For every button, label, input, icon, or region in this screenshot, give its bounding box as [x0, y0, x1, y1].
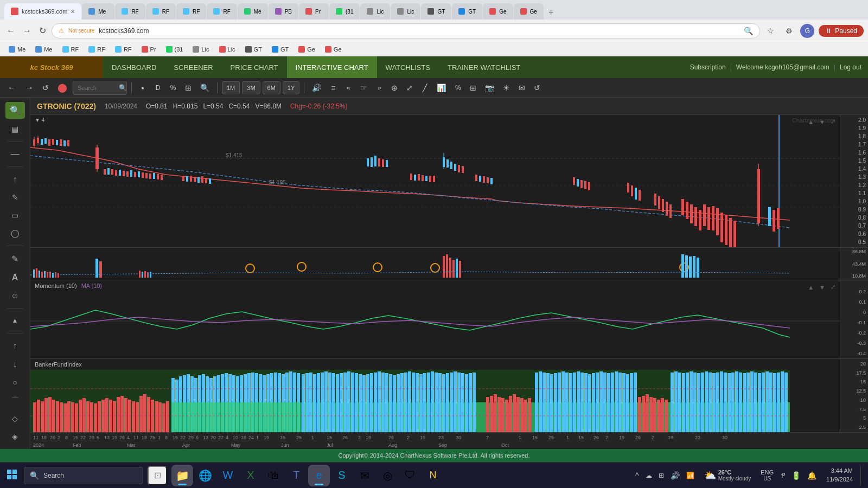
eraser-tool-btn[interactable]: ◇ [5, 411, 25, 427]
toolbar-volume-btn[interactable]: 🔊 [309, 80, 324, 95]
bookmark-item[interactable]: Ge [294, 45, 320, 54]
nav-interactive-chart[interactable]: INTERACTIVE CHART [287, 56, 377, 78]
momentum-expand-btn[interactable]: ⤢ [828, 282, 838, 292]
arrow-up-btn[interactable]: ↑ [5, 171, 25, 188]
toolbar-candle-btn[interactable]: ▪ [136, 80, 149, 95]
nav-dashboard[interactable]: DASHBOARD [103, 56, 165, 78]
new-tab-button[interactable]: + [544, 5, 558, 20]
toolbar-grid-btn[interactable]: ⊞ [467, 80, 480, 95]
bookmark-item[interactable]: Ge [321, 45, 346, 54]
arc-tool-btn[interactable]: ⌒ [5, 393, 25, 409]
user-profile-button[interactable]: G [800, 24, 814, 38]
pinned-explorer[interactable]: 📁 [171, 465, 193, 486]
bookmark-item[interactable]: Me [4, 45, 30, 54]
windows-update-icon[interactable]: ⊞ [656, 470, 666, 481]
pinned-store[interactable]: 🛍 [263, 465, 284, 486]
task-view-button[interactable]: ⊡ [148, 466, 167, 485]
chart-search-box[interactable]: 🔍 [73, 81, 127, 95]
toolbar-mail-btn[interactable]: ✉ [515, 80, 528, 95]
bookmark-item[interactable]: RF [84, 45, 110, 54]
nav-trainer-watchlist[interactable]: TRAINER WATCHLIST [439, 56, 529, 78]
toolbar-refresh2-btn[interactable]: ↺ [531, 80, 544, 95]
active-tab[interactable]: kcstocks369.com ✕ [4, 3, 81, 20]
back-button[interactable]: ← [4, 24, 17, 38]
chart-search-input[interactable] [78, 85, 116, 91]
toolbar-back-btn[interactable]: ← [4, 80, 20, 95]
panel-up-btn[interactable]: ▲ [806, 117, 816, 126]
language-indicator[interactable]: ENG US [758, 467, 776, 484]
extensions-button[interactable]: ⚙ [782, 24, 796, 38]
toolbar-refresh-btn[interactable]: ↺ [39, 80, 52, 95]
tab-item[interactable]: Pr [299, 3, 329, 20]
pinned-chrome[interactable]: 🌐 [194, 465, 216, 486]
bookmark-item[interactable]: GT [267, 45, 293, 54]
pin-tool-btn[interactable]: ◈ [5, 429, 25, 445]
pinned-mail[interactable]: ✉ [354, 465, 375, 486]
triangle-tool-btn[interactable]: ▲ [5, 313, 25, 329]
pinned-word[interactable]: W [217, 465, 239, 486]
timeframe-3m-btn[interactable]: 3M [242, 81, 260, 94]
toolbar-percent-btn[interactable]: % [167, 80, 180, 95]
bookmark-item[interactable]: RF [58, 45, 84, 54]
toolbar-indicators-btn[interactable]: ≡ [327, 80, 340, 95]
momentum-down-btn[interactable]: ▼ [817, 282, 827, 292]
tab-item[interactable]: RF [115, 3, 145, 20]
tab-item[interactable]: Lic [360, 3, 390, 20]
panel-expand-btn[interactable]: ⤢ [828, 117, 838, 126]
chart-type-btn[interactable]: ▤ [5, 121, 25, 137]
bookmark-item[interactable]: Lic [188, 45, 213, 54]
address-bar[interactable]: ⚠ Not secure kcstocks369.com 🔍 [52, 23, 760, 38]
toolbar-camera-btn[interactable]: 📷 [482, 80, 497, 95]
toolbar-line-btn[interactable]: ╱ [418, 80, 431, 95]
pinned-norton[interactable]: N [422, 465, 444, 486]
subscription-link[interactable]: Subscription [690, 63, 726, 71]
timeframe-1y-btn[interactable]: 1Y [283, 81, 299, 94]
down-arrow-btn[interactable]: ↓ [5, 356, 25, 373]
toolbar-percent2-btn[interactable]: % [451, 80, 464, 95]
tab-item[interactable]: Ge [514, 3, 544, 20]
tab-item[interactable]: Lic [391, 3, 420, 20]
panel-down-btn[interactable]: ▼ [817, 117, 827, 126]
timeframe-1m-btn[interactable]: 1M [222, 81, 240, 94]
logout-button[interactable]: Log out [840, 63, 861, 71]
notification-icon[interactable]: 🔔 [805, 469, 819, 482]
edit-text-btn[interactable]: ✎ [5, 251, 25, 267]
bookmark-item[interactable]: Me [31, 45, 56, 54]
start-button[interactable] [4, 467, 20, 484]
pinned-excel[interactable]: X [240, 465, 261, 486]
nav-screener[interactable]: SCREENER [165, 56, 221, 78]
tab-item[interactable]: Ge [483, 3, 513, 20]
tab-item[interactable]: (31 [329, 3, 360, 20]
bookmark-item[interactable]: GT [241, 45, 266, 54]
tab-item[interactable]: RF [207, 3, 237, 20]
tab-item[interactable]: RF [146, 3, 176, 20]
tab-item[interactable]: GT [421, 3, 451, 20]
bookmark-item[interactable]: (31 [162, 45, 188, 54]
weather-widget[interactable]: ⛅ 26°C Mostly cloudy [700, 467, 756, 484]
tab-item[interactable]: PB [269, 3, 298, 20]
text-tool-btn[interactable]: A [5, 269, 25, 286]
toolbar-crosshair-btn[interactable]: ⊕ [388, 80, 401, 95]
pinned-antivirus[interactable]: 🛡 [399, 465, 421, 486]
onedrive-icon[interactable]: ☁ [643, 470, 654, 481]
pinned-teams[interactable]: T [285, 465, 307, 486]
panel-dropdown[interactable]: ▼ 4 [35, 117, 44, 123]
bookmark-item[interactable]: RF [111, 45, 136, 54]
toolbar-left-arrow-btn[interactable]: « [342, 80, 355, 95]
tab-item[interactable]: Me [82, 3, 114, 20]
refresh-button[interactable]: ↻ [37, 23, 48, 38]
momentum-up-btn[interactable]: ▲ [806, 282, 816, 292]
network-icon[interactable]: 📶 [684, 470, 697, 481]
clock[interactable]: 3:44 AM 11/9/2024 [822, 465, 857, 486]
up-arrow-2-btn[interactable]: ↑ [5, 338, 25, 354]
bookmark-item[interactable]: Lic [215, 45, 240, 54]
battery-icon[interactable]: 🔋 [789, 469, 803, 482]
pointer-tool-btn[interactable]: 🔍 [5, 102, 25, 119]
pencil-tool-btn[interactable]: ✎ [5, 190, 25, 206]
toolbar-bar-chart-btn[interactable]: 📊 [433, 80, 449, 95]
bookmark-button[interactable]: ☆ [763, 24, 777, 38]
line-tool-btn[interactable]: — [5, 146, 25, 162]
tab-close-btn[interactable]: ✕ [71, 9, 75, 15]
ellipse-tool-btn[interactable]: ◯ [5, 226, 25, 241]
taskbar-search[interactable]: 🔍 Search [24, 467, 143, 484]
